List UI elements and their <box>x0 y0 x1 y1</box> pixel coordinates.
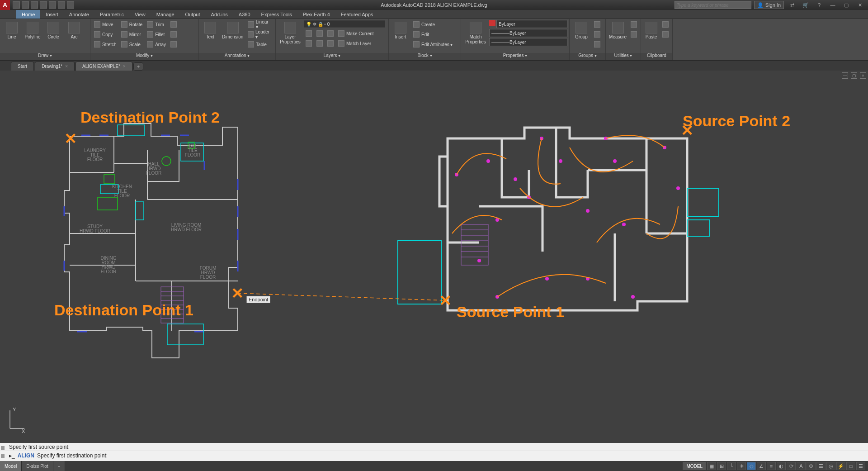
command-handle[interactable] <box>1 444 5 460</box>
minimize-button[interactable]: — <box>827 1 838 9</box>
edit-attr-button[interactable]: Edit Attributes ▾ <box>411 40 454 49</box>
panel-annotation-title[interactable]: Annotation ▾ <box>199 53 275 60</box>
qat-undo-icon[interactable] <box>58 1 65 9</box>
cycling-icon[interactable]: ⟳ <box>787 462 796 470</box>
annoscale-icon[interactable]: A <box>797 462 806 470</box>
match-properties-button[interactable]: Match Properties <box>463 20 488 46</box>
search-input[interactable] <box>675 1 751 9</box>
layer-dropdown[interactable]: 💡 ❄ 🔒 ▫ 0 <box>304 20 385 28</box>
circle-button[interactable]: Circle <box>43 20 63 41</box>
tab-view[interactable]: View <box>129 10 151 19</box>
tab-annotate[interactable]: Annotate <box>64 10 94 19</box>
tab-home[interactable]: Home <box>16 10 40 19</box>
maximize-button[interactable]: ▢ <box>841 1 852 9</box>
line-button[interactable]: Line <box>2 20 22 41</box>
dimension-button[interactable]: Dimension <box>220 20 245 41</box>
annotation-monitor-icon[interactable]: ☰ <box>816 462 826 470</box>
text-button[interactable]: Text <box>201 20 219 41</box>
qat-saveas-icon[interactable] <box>40 1 47 9</box>
panel-clipboard-title[interactable]: Clipboard <box>641 53 672 60</box>
measure-button[interactable]: Measure <box>608 20 628 41</box>
modify-extra1[interactable] <box>169 20 179 29</box>
edit-button[interactable]: Edit <box>411 30 454 39</box>
layer-btn2[interactable] <box>315 29 325 38</box>
tab-insert[interactable]: Insert <box>40 10 64 19</box>
modify-extra2[interactable] <box>169 30 179 39</box>
model-tab[interactable]: Model <box>0 461 22 471</box>
tab-express[interactable]: Express Tools <box>256 10 297 19</box>
cart-icon[interactable]: 🛒 <box>800 1 811 9</box>
array-button[interactable]: Array <box>145 40 168 49</box>
create-button[interactable]: Create <box>411 20 454 29</box>
layer-btn5[interactable] <box>315 39 325 48</box>
clip-btn2[interactable] <box>660 30 670 39</box>
customize-icon[interactable]: ☰ <box>856 462 865 470</box>
close-tab-icon[interactable]: × <box>65 64 68 69</box>
group-button[interactable]: Group <box>571 20 591 41</box>
close-button[interactable]: ✕ <box>854 1 865 9</box>
layer-properties-button[interactable]: Layer Properties <box>278 20 303 46</box>
qat-open-icon[interactable] <box>22 1 29 9</box>
panel-properties-title[interactable]: Properties ▾ <box>461 53 569 60</box>
tab-a360[interactable]: A360 <box>233 10 256 19</box>
panel-layers-title[interactable]: Layers ▾ <box>276 53 388 60</box>
command-window[interactable]: Specify first source point: ▸_ ALIGN Spe… <box>0 443 868 461</box>
file-tab-start[interactable]: Start <box>11 62 34 71</box>
transparency-icon[interactable]: ◐ <box>777 462 786 470</box>
panel-draw-title[interactable]: Draw ▾ <box>0 53 90 60</box>
linetype-dropdown[interactable]: ———— ByLayer <box>489 38 567 46</box>
panel-block-title[interactable]: Block ▾ <box>389 53 461 60</box>
close-tab-icon[interactable]: × <box>123 64 126 69</box>
copy-button[interactable]: Copy <box>92 30 118 39</box>
cleanscreen-icon[interactable]: ▭ <box>846 462 855 470</box>
stretch-button[interactable]: Stretch <box>92 40 118 49</box>
move-button[interactable]: Move <box>92 20 118 29</box>
tab-plex[interactable]: Plex.Earth 4 <box>297 10 335 19</box>
trim-button[interactable]: Trim <box>145 20 168 29</box>
polar-icon[interactable]: ✳ <box>737 462 746 470</box>
leader-button[interactable]: Leader ▾ <box>246 30 274 39</box>
group-btn1[interactable] <box>592 20 602 29</box>
file-tab-align-example[interactable]: ALIGN EXAMPLE*× <box>75 62 132 71</box>
grid-icon[interactable]: ▦ <box>707 462 716 470</box>
signin-button[interactable]: 👤Sign In <box>754 1 784 9</box>
layout-tab[interactable]: D-size Plot <box>22 461 53 471</box>
util-btn2[interactable] <box>629 30 639 39</box>
ortho-icon[interactable]: └ <box>727 462 736 470</box>
qat-save-icon[interactable] <box>31 1 38 9</box>
panel-modify-title[interactable]: Modify ▾ <box>90 53 198 60</box>
lineweight-icon[interactable]: ≡ <box>767 462 776 470</box>
app-logo[interactable]: A <box>0 0 10 10</box>
osnap-icon[interactable]: ◇ <box>747 462 756 470</box>
group-btn3[interactable] <box>592 40 602 49</box>
otrack-icon[interactable]: ∠ <box>757 462 766 470</box>
hardware-accel-icon[interactable]: ⚡ <box>836 462 845 470</box>
arc-button[interactable]: Arc <box>64 20 84 41</box>
polyline-button[interactable]: Polyline <box>23 20 42 41</box>
table-button[interactable]: Table <box>246 40 274 49</box>
qat-redo-icon[interactable] <box>67 1 74 9</box>
fillet-button[interactable]: Fillet <box>145 30 168 39</box>
panel-utilities-title[interactable]: Utilities ▾ <box>606 53 641 60</box>
linear-button[interactable]: Linear ▾ <box>246 20 274 29</box>
snap-icon[interactable]: ⊞ <box>717 462 726 470</box>
modify-extra3[interactable] <box>169 40 179 49</box>
layer-btn6[interactable] <box>326 39 335 48</box>
layer-btn4[interactable] <box>304 39 314 48</box>
tab-output[interactable]: Output <box>180 10 206 19</box>
tab-addins[interactable]: Add-ins <box>206 10 233 19</box>
add-tab-button[interactable]: + <box>133 62 143 71</box>
help-icon[interactable]: ? <box>814 1 825 9</box>
layer-btn3[interactable] <box>326 29 335 38</box>
paste-button[interactable]: Paste <box>643 20 660 41</box>
layer-btn1[interactable] <box>304 29 314 38</box>
workspace-icon[interactable]: ⚙ <box>807 462 816 470</box>
modelspace-button[interactable]: MODEL <box>683 462 706 470</box>
tab-manage[interactable]: Manage <box>151 10 180 19</box>
panel-groups-title[interactable]: Groups ▾ <box>570 53 605 60</box>
add-layout-button[interactable]: + <box>53 461 66 471</box>
file-tab-drawing1[interactable]: Drawing1*× <box>35 62 75 71</box>
make-current-button[interactable]: Make Current <box>336 29 376 38</box>
tab-featured[interactable]: Featured Apps <box>335 10 379 19</box>
rotate-button[interactable]: Rotate <box>119 20 144 29</box>
